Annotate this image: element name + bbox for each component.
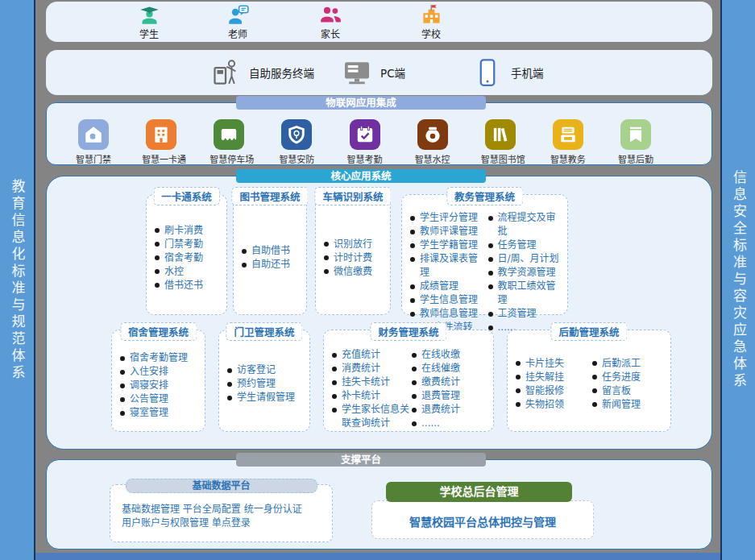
core-box-title: 图书管理系统 (231, 187, 308, 205)
feature-column: 学生评分管理教师评课管理学生学籍管理排课及课表管理成绩管理学生信息管理教师信息管… (410, 211, 487, 309)
user-label: 家长 (297, 27, 364, 40)
left-standard-pillar: 教育信息化标准与规范体系 (0, 0, 35, 560)
support-banner: 支撑平台 (236, 453, 486, 467)
list-item: 教师评课管理 (410, 225, 487, 239)
core-box-onecard: 一卡通系统 刷卡消费门禁考勤宿舍考勤水控借书还书 (146, 194, 227, 315)
iot-banner: 物联网应用集成 (236, 96, 486, 110)
list-item: 门禁考勤 (155, 238, 223, 251)
list-item: 教学资源管理 (488, 266, 565, 280)
feature-column: 宿舍考勤管理入住安排调寝安排公告管理寝室管理 (120, 351, 201, 426)
bullet-icon (412, 367, 417, 371)
core-systems-panel: 核心应用系统 一卡通系统 刷卡消费门禁考勤宿舍考勤水控借书还书 图书管理系统 自… (46, 176, 712, 450)
monitor-icon (342, 58, 371, 87)
feature-column: 流程提交及审批任务管理日/周、月计划教学资源管理教职工绩效管理工资管理.....… (488, 211, 565, 309)
bullet-icon (120, 384, 125, 388)
terminal-item: 自助服务终端 (211, 58, 314, 87)
bullet-icon (412, 394, 417, 399)
list-item: 公告管理 (120, 392, 201, 406)
list-item: 寝室管理 (120, 406, 201, 420)
base-data-platform-box: 基础数据平台 基础数据管理 平台全局配置 统一身份认证 用户账户与权限管理 单点… (110, 484, 333, 542)
list-item: 识别放行 (324, 238, 387, 251)
terminal-label: 自助服务终端 (249, 64, 314, 81)
bullet-icon (120, 370, 125, 375)
bullet-icon (488, 284, 493, 289)
support-platform-panel: 支撑平台 基础数据平台 基础数据管理 平台全局配置 统一身份认证 用户账户与权限… (46, 459, 712, 550)
list-item: 任务进度 (592, 371, 667, 384)
list-item: 入住安排 (120, 365, 201, 379)
bullet-icon (412, 353, 417, 358)
kiosk-icon (211, 58, 240, 87)
bullet-icon (412, 421, 417, 426)
iot-item: 智慧后勤 (616, 119, 655, 165)
core-box-title: 教务管理系统 (446, 187, 523, 205)
bullet-icon (592, 402, 597, 407)
iot-label: 智慧停车场 (209, 152, 248, 165)
iot-label: 智慧后勤 (616, 152, 655, 165)
list-item: 退费统计 (412, 403, 490, 417)
bullet-icon (410, 216, 415, 221)
iot-label: 智慧一卡通 (142, 152, 180, 165)
list-item: 学生家长信息关联查询统计 (332, 403, 410, 430)
right-pillar-label: 信息安全标准与容灾应急体系 (732, 170, 745, 390)
iot-item: 智慧一卡通 (142, 119, 180, 165)
bullet-icon (120, 397, 125, 402)
bullet-icon (592, 375, 597, 380)
list-item: 计时计费 (324, 251, 387, 265)
iot-item: 智慧停车场 (209, 119, 248, 165)
iot-item: 智慧教务 (549, 119, 587, 165)
bullet-icon (332, 367, 337, 371)
bullet-icon (516, 375, 521, 380)
feature-column: 在线收缴在线催缴缴费统计退费管理退费统计...... (412, 348, 490, 426)
feature-column: 刷卡消费门禁考勤宿舍考勤水控借书还书 (155, 214, 223, 309)
bullet-icon (410, 257, 415, 262)
bullet-icon (155, 269, 160, 274)
terminal-label: PC端 (380, 64, 405, 81)
iot-icon-strip: 智慧门禁智慧一卡通智慧停车场智慧安防智慧考勤智慧水控智慧图书馆智慧教务智慧后勤 (47, 119, 711, 165)
core-box-items: 学生评分管理教师评课管理学生学籍管理排课及课表管理成绩管理学生信息管理教师信息管… (402, 195, 567, 314)
base-platform-line: 基础数据管理 平台全局配置 统一身份认证 (122, 503, 332, 516)
bullet-icon (155, 283, 160, 288)
list-item: 挂失卡统计 (332, 375, 410, 389)
iot-panel: 物联网应用集成 智慧门禁智慧一卡通智慧停车场智慧安防智慧考勤智慧水控智慧图书馆智… (46, 102, 712, 165)
feature-column: 卡片挂失挂失解挂智能报修失物招领 (516, 350, 591, 426)
iot-item: 智慧图书馆 (481, 119, 520, 165)
bullet-icon (155, 255, 160, 260)
list-item: 流程提交及审批 (488, 211, 565, 239)
list-item: 宿舍考勤 (155, 251, 223, 265)
attendance-icon (350, 119, 380, 150)
iot-item: 智慧水控 (413, 119, 452, 165)
bullet-icon (155, 228, 160, 233)
security-icon (281, 119, 312, 150)
bullet-icon (488, 271, 493, 276)
user-label: 学生 (115, 27, 183, 40)
feature-column: 充值统计消费统计挂失卡统计补卡统计学生家长信息关联查询统计 (332, 348, 410, 426)
base-data-platform-title: 基础数据平台 (126, 479, 317, 493)
bullet-icon (488, 312, 493, 317)
user-label: 老师 (204, 27, 272, 40)
iot-label: 智慧门禁 (74, 152, 113, 165)
bullet-icon (227, 368, 232, 373)
teacher-icon (204, 4, 272, 26)
list-item: 挂失解挂 (516, 371, 591, 384)
bullet-icon (592, 388, 597, 393)
door-access-icon (78, 119, 109, 150)
user-label: 学校 (397, 27, 465, 40)
core-box-title: 门卫管理系统 (226, 322, 302, 341)
bullet-icon (516, 388, 521, 393)
users-panel: 学生老师家长学校 (46, 2, 712, 42)
bullet-icon (332, 408, 337, 413)
feature-column: 识别放行计时计费微信缴费 (324, 214, 387, 309)
list-item: 成绩管理 (410, 280, 487, 293)
list-item: 后勤派工 (592, 357, 667, 371)
base-platform-line: 用户账户与权限管理 单点登录 (122, 516, 332, 530)
core-box-items: 识别放行计时计费微信缴费 (316, 195, 390, 314)
iot-item: 智慧考勤 (346, 119, 384, 165)
list-item: 缴费统计 (412, 375, 490, 389)
list-item: 新闻管理 (592, 398, 667, 412)
bullet-icon (592, 361, 597, 366)
list-item: 刷卡消费 (155, 224, 223, 238)
logistics-icon (620, 119, 651, 150)
core-box-items: 宿舍考勤管理入住安排调寝安排公告管理寝室管理 (112, 330, 205, 431)
bullet-icon (227, 396, 232, 400)
core-box-gate: 门卫管理系统 访客登记预约管理学生请假管理 (218, 330, 310, 432)
